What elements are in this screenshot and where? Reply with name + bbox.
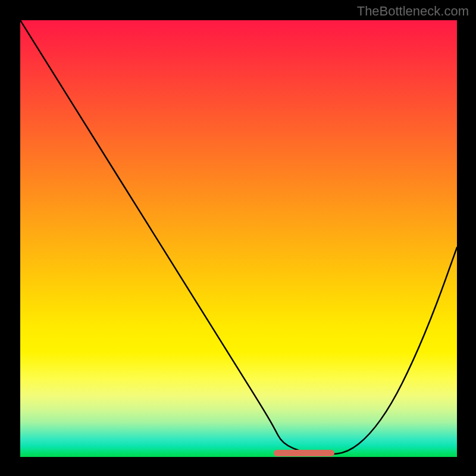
watermark-text: TheBottleneck.com bbox=[357, 4, 469, 19]
bottleneck-curve bbox=[20, 20, 457, 455]
optimal-range-marker bbox=[274, 450, 335, 456]
plot-area bbox=[20, 20, 457, 457]
curve-svg bbox=[20, 20, 457, 457]
